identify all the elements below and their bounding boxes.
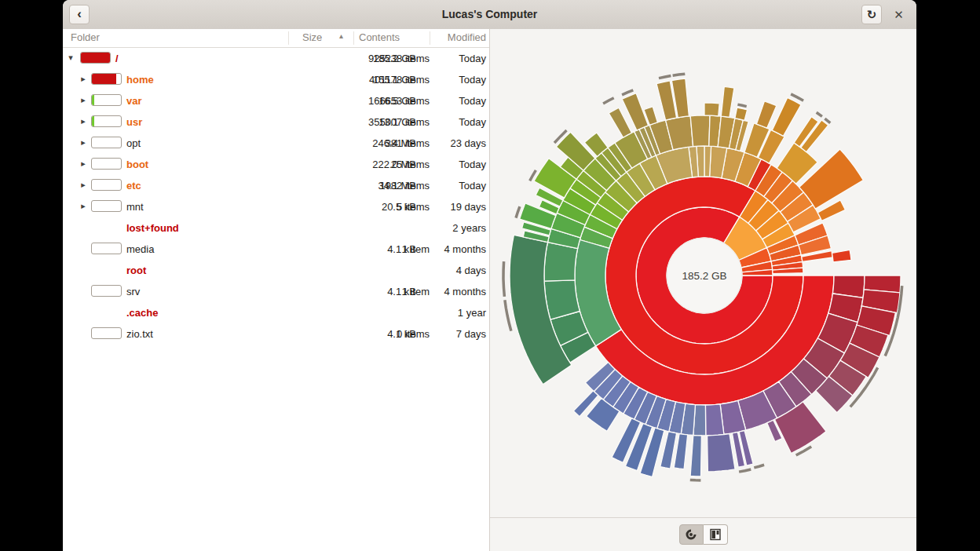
rings-chart-button[interactable]	[679, 524, 704, 545]
expander-right-icon[interactable]: ▸	[79, 137, 88, 148]
column-divider	[288, 31, 289, 45]
cell-contents: 381 items	[367, 137, 430, 149]
expander-right-icon[interactable]: ▸	[79, 201, 88, 211]
more-contents-marker	[505, 300, 511, 330]
folder-name: var	[126, 95, 142, 107]
cell-contents: 1982 items	[367, 180, 430, 192]
column-header-folder[interactable]: Folder	[71, 31, 100, 43]
usage-level-fill	[92, 95, 94, 105]
usage-level-bar	[91, 115, 122, 127]
folder-name: etc	[126, 180, 141, 192]
cell-modified: Today	[459, 53, 486, 64]
table-row[interactable]: srv4.1 kB1 item4 months	[63, 281, 489, 302]
header-bar: ‹ Lucas's Computer ↻ ✕	[63, 0, 916, 30]
usage-level-bar	[91, 243, 122, 254]
chart-segment[interactable]	[735, 108, 748, 121]
table-row[interactable]: lost+found2 years	[63, 217, 489, 239]
chart-segment[interactable]	[704, 146, 711, 177]
more-contents-marker	[622, 90, 633, 95]
chart-view-switcher	[490, 517, 916, 551]
more-contents-marker	[603, 98, 614, 104]
usage-level-bar	[91, 158, 122, 170]
cell-contents: 925238 items	[367, 53, 430, 64]
more-contents-marker	[503, 261, 504, 297]
treemap-chart-icon	[709, 528, 722, 541]
expander-right-icon[interactable]: ▸	[79, 74, 88, 84]
expander-down-icon[interactable]: ▾	[66, 53, 75, 63]
rings-chart-panel: 185.2 GB	[489, 29, 916, 551]
table-row[interactable]: ▸usr13.1 GB355007 itemsToday	[63, 111, 489, 133]
expander-right-icon[interactable]: ▸	[79, 95, 88, 105]
table-row[interactable]: ▸home155.1 GB401178 itemsToday	[63, 69, 489, 90]
more-contents-marker	[825, 119, 830, 123]
table-row[interactable]: ▸boot222.0 MB25 itemsToday	[63, 154, 489, 175]
app-window: ‹ Lucas's Computer ↻ ✕ Folder Size ▴ Con…	[63, 0, 916, 551]
cell-contents: 1 item	[367, 286, 430, 297]
chart-segment[interactable]	[690, 115, 710, 147]
chart-segment[interactable]	[708, 434, 736, 473]
chart-segment[interactable]	[704, 103, 719, 116]
treemap-chart-button[interactable]	[704, 524, 728, 545]
column-divider	[353, 31, 354, 45]
chart-segment[interactable]	[721, 86, 734, 117]
folder-name: srv	[126, 286, 140, 297]
usage-level-bar	[91, 200, 122, 212]
chart-segment[interactable]	[832, 250, 852, 261]
table-row[interactable]: zio.txt4.1 kB0 items7 days	[63, 323, 489, 345]
expander-right-icon[interactable]: ▸	[79, 159, 88, 169]
chart-segment[interactable]	[756, 101, 776, 128]
chart-segment[interactable]	[690, 436, 701, 477]
column-header-size[interactable]: Size	[302, 31, 322, 43]
column-divider	[430, 31, 430, 45]
rings-chart[interactable]: 185.2 GB	[490, 29, 916, 517]
chart-segment[interactable]	[544, 243, 578, 282]
cell-contents: 401178 items	[367, 74, 430, 86]
usage-level-bar	[91, 327, 122, 339]
refresh-button[interactable]: ↻	[861, 5, 882, 24]
usage-level-bar	[91, 137, 122, 148]
more-contents-marker	[516, 206, 520, 218]
usage-level-bar	[91, 179, 122, 191]
column-header-modified[interactable]: Modified	[448, 31, 486, 43]
cell-modified: 4 months	[444, 243, 486, 255]
cell-modified: 4 months	[444, 286, 486, 297]
table-row[interactable]: ▸var16.5 GB166653 itemsToday	[63, 90, 489, 111]
table-row[interactable]: ▸mnt20.5 kB5 items19 days	[63, 196, 489, 217]
more-contents-marker	[817, 112, 822, 116]
usage-level-bar	[91, 285, 122, 297]
expander-right-icon[interactable]: ▸	[79, 180, 88, 190]
cell-modified: 7 days	[456, 328, 486, 340]
more-contents-marker	[739, 469, 751, 472]
cell-contents: 25 items	[367, 159, 430, 170]
table-row[interactable]: ▸etc34.1 MB1982 itemsToday	[63, 175, 489, 196]
chart-center-label: 185.2 GB	[682, 270, 726, 282]
close-button[interactable]: ✕	[889, 5, 909, 24]
cell-modified: 23 days	[450, 137, 486, 149]
folder-name: usr	[126, 116, 142, 128]
folder-name: lost+found	[126, 222, 179, 234]
folder-tree-rows: ▾/185.2 GB925238 itemsToday▸home155.1 GB…	[63, 48, 489, 345]
cell-modified: Today	[459, 95, 486, 107]
table-row[interactable]: root4 days	[63, 260, 489, 281]
chart-segment[interactable]	[772, 97, 801, 136]
cell-modified: Today	[459, 159, 486, 170]
table-row[interactable]: media4.1 kB1 item4 months	[63, 239, 489, 260]
chart-segment[interactable]	[705, 404, 724, 436]
usage-level-bar	[91, 73, 122, 85]
folder-name: zio.txt	[126, 328, 153, 340]
expander-right-icon[interactable]: ▸	[79, 116, 88, 126]
folder-name: root	[126, 265, 146, 276]
table-row[interactable]: .cache1 year	[63, 302, 489, 323]
cell-modified: 19 days	[450, 201, 486, 213]
folder-tree-panel: Folder Size ▴ Contents Modified ▾/185.2 …	[63, 29, 489, 551]
rings-chart-icon	[685, 528, 697, 541]
close-icon: ✕	[894, 8, 904, 22]
cell-modified: 1 year	[458, 307, 486, 319]
column-header-contents[interactable]: Contents	[359, 31, 400, 43]
folder-name: /	[115, 53, 119, 64]
usage-level-fill	[92, 74, 116, 84]
cell-modified: Today	[459, 74, 486, 86]
table-row[interactable]: ▾/185.2 GB925238 itemsToday	[63, 48, 489, 69]
more-contents-marker	[737, 104, 746, 107]
table-row[interactable]: ▸opt246.4 MB381 items23 days	[63, 133, 489, 154]
